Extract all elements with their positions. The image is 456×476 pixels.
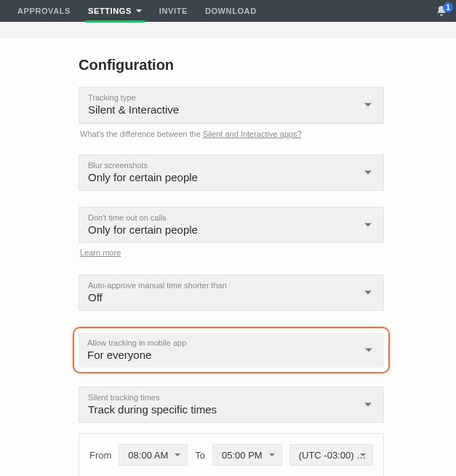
tab-approvals[interactable]: APPROVALS bbox=[9, 0, 79, 22]
tab-settings[interactable]: SETTINGS bbox=[79, 0, 151, 22]
from-time-select[interactable]: 08:00 AM bbox=[119, 444, 188, 466]
page-title: Configuration bbox=[79, 57, 384, 74]
chevron-down-icon bbox=[175, 453, 180, 456]
chevron-down-icon bbox=[269, 453, 275, 456]
learn-more-link-timeout[interactable]: Learn more bbox=[79, 243, 122, 257]
auto-approve-value: Off bbox=[88, 291, 375, 304]
chevron-down-icon bbox=[364, 403, 372, 407]
chevron-down-icon bbox=[364, 171, 372, 175]
chevron-down-icon bbox=[360, 453, 366, 456]
to-time-value: 05:00 PM bbox=[222, 450, 263, 461]
tab-settings-label: SETTINGS bbox=[88, 7, 132, 15]
chevron-down-icon bbox=[364, 291, 372, 295]
mobile-tracking-highlight: Allow tracking in mobile app For everyon… bbox=[73, 327, 390, 373]
tracking-type-value: Silent & Interactive bbox=[88, 103, 375, 116]
top-navigation: APPROVALS SETTINGS INVITE DOWNLOAD 1 bbox=[0, 0, 456, 22]
notifications-button[interactable]: 1 bbox=[436, 5, 447, 17]
blur-screenshots-value: Only for certain people bbox=[88, 171, 375, 183]
content-area: Configuration Tracking type Silent & Int… bbox=[0, 38, 456, 476]
dont-timeout-label: Don't time out on calls bbox=[88, 213, 375, 222]
silent-times-select[interactable]: Silent tracking times Track during speci… bbox=[79, 386, 384, 423]
mobile-tracking-label: Allow tracking in mobile app bbox=[87, 338, 375, 347]
tab-download[interactable]: DOWNLOAD bbox=[196, 0, 265, 22]
nav-tabs: APPROVALS SETTINGS INVITE DOWNLOAD bbox=[9, 0, 265, 22]
hint-text: What's the difference between the bbox=[80, 130, 203, 138]
blur-screenshots-label: Blur screenshots bbox=[88, 161, 375, 170]
tracking-type-select[interactable]: Tracking type Silent & Interactive bbox=[79, 87, 384, 123]
notification-badge: 1 bbox=[443, 2, 453, 12]
silent-times-label: Silent tracking times bbox=[88, 393, 375, 402]
dont-timeout-value: Only for certain people bbox=[88, 223, 375, 236]
chevron-down-icon bbox=[136, 9, 142, 12]
blur-screenshots-select[interactable]: Blur screenshots Only for certain people bbox=[79, 154, 384, 191]
from-time-value: 08:00 AM bbox=[128, 450, 168, 461]
time-range-row: From 08:00 AM To 05:00 PM (UTC -03:00) … bbox=[89, 444, 373, 466]
mobile-tracking-value: For everyone bbox=[87, 349, 375, 361]
hint-link-silent-interactive[interactable]: Silent and Interactive apps? bbox=[203, 130, 302, 138]
tracking-type-label: Tracking type bbox=[88, 93, 375, 102]
chevron-down-icon bbox=[364, 103, 372, 107]
mobile-tracking-select[interactable]: Allow tracking in mobile app For everyon… bbox=[79, 333, 384, 368]
time-period-box: From 08:00 AM To 05:00 PM (UTC -03:00) …… bbox=[79, 433, 384, 476]
auto-approve-select[interactable]: Auto-approve manual time shorter than Of… bbox=[79, 274, 384, 311]
chevron-down-icon bbox=[364, 223, 372, 227]
tracking-type-hint: What's the difference between the Silent… bbox=[79, 123, 384, 138]
from-label: From bbox=[89, 450, 111, 461]
dont-timeout-select[interactable]: Don't time out on calls Only for certain… bbox=[79, 207, 384, 243]
timezone-value: (UTC -03:00) … bbox=[299, 450, 366, 461]
to-label: To bbox=[195, 450, 205, 461]
auto-approve-label: Auto-approve manual time shorter than bbox=[88, 281, 375, 290]
tab-invite[interactable]: INVITE bbox=[151, 0, 196, 22]
to-time-select[interactable]: 05:00 PM bbox=[212, 444, 282, 466]
timezone-select[interactable]: (UTC -03:00) … bbox=[289, 444, 373, 466]
silent-times-value: Track during specific times bbox=[88, 403, 375, 416]
chevron-down-icon bbox=[365, 349, 372, 352]
sub-navigation-bar bbox=[0, 22, 456, 38]
